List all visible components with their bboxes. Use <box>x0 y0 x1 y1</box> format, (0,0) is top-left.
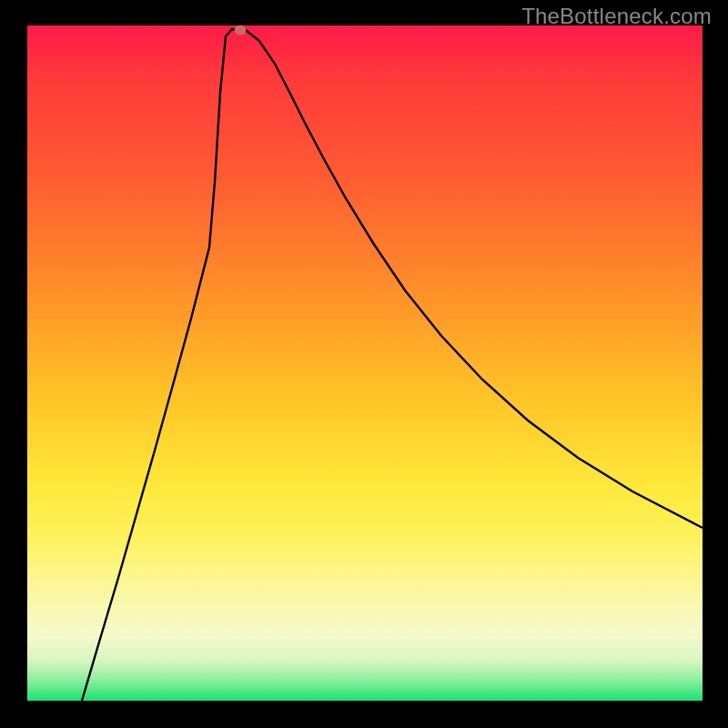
minimum-marker <box>235 25 247 35</box>
watermark-text: TheBottleneck.com <box>521 4 712 29</box>
curve-path <box>82 29 703 701</box>
bottleneck-curve <box>27 25 703 701</box>
plot-area <box>27 25 703 701</box>
chart-frame: TheBottleneck.com <box>0 0 728 728</box>
